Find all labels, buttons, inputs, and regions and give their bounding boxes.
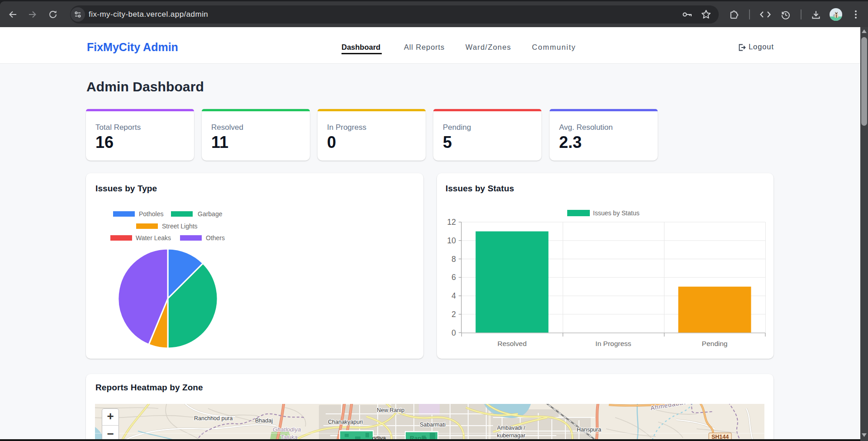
svg-text:0: 0: [451, 328, 456, 337]
svg-text:kubernagar: kubernagar: [497, 432, 525, 439]
svg-text:In Progress: In Progress: [595, 340, 631, 347]
svg-text:Potholes: Potholes: [139, 210, 163, 218]
svg-text:Street Lights: Street Lights: [162, 223, 198, 230]
svg-text:Issues by Status: Issues by Status: [593, 209, 640, 217]
svg-text:Sabarmati: Sabarmati: [420, 422, 446, 428]
svg-text:8: 8: [451, 255, 456, 264]
svg-text:6: 6: [451, 273, 456, 282]
svg-text:12: 12: [447, 218, 456, 227]
svg-text:Ambavadi /: Ambavadi /: [497, 425, 526, 431]
svg-text:Pending: Pending: [702, 340, 728, 347]
svg-text:Garbage: Garbage: [198, 210, 223, 218]
svg-text:Water Leaks: Water Leaks: [136, 234, 171, 242]
svg-text:2: 2: [451, 310, 456, 319]
svg-text:Bhadaj: Bhadaj: [255, 417, 273, 424]
svg-text:Ghatlodiya: Ghatlodiya: [273, 426, 301, 433]
svg-text:Ranchhod pura: Ranchhod pura: [194, 415, 233, 422]
svg-text:4: 4: [451, 291, 456, 300]
svg-text:Hanspura: Hanspura: [577, 427, 601, 433]
svg-text:Resolved: Resolved: [498, 340, 527, 347]
svg-text:10: 10: [447, 236, 456, 245]
svg-text:Chanakyapuri: Chanakyapuri: [328, 419, 363, 425]
svg-text:Others: Others: [206, 234, 225, 242]
svg-text:New Ranip: New Ranip: [377, 407, 404, 413]
